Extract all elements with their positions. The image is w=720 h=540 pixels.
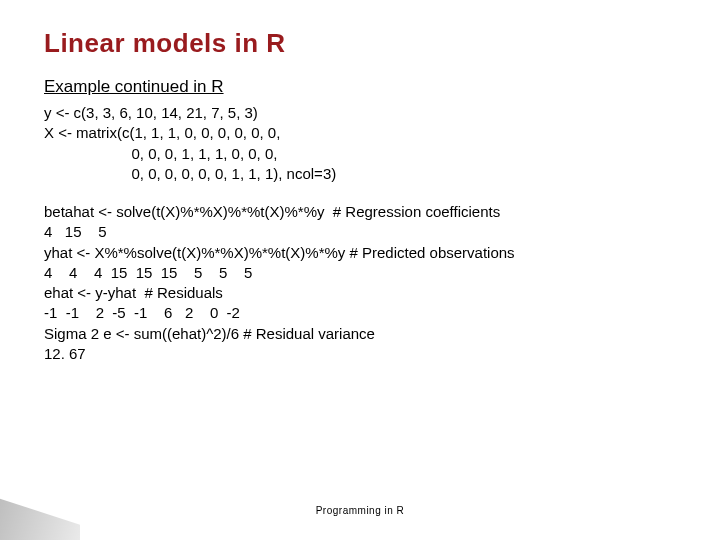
code-block-results: betahat <- solve(t(X)%*%X)%*%t(X)%*%y # … xyxy=(44,202,676,364)
slide-subtitle: Example continued in R xyxy=(44,77,676,97)
slide-title: Linear models in R xyxy=(44,28,676,59)
code-block-assignments: y <- c(3, 3, 6, 10, 14, 21, 7, 5, 3) X <… xyxy=(44,103,676,184)
slide-footer: Programming in R xyxy=(0,505,720,516)
slide: Linear models in R Example continued in … xyxy=(0,0,720,540)
